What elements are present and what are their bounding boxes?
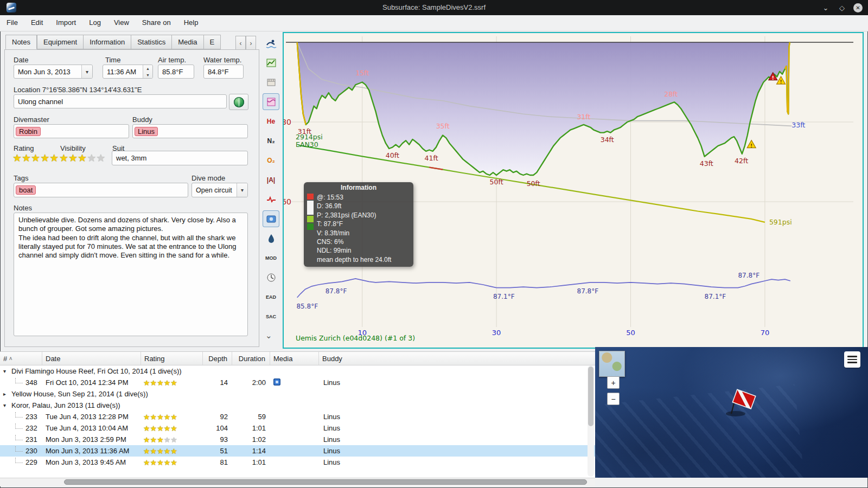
col-buddy[interactable]: Buddy (319, 352, 595, 365)
pp-n2-toggle[interactable]: N₂ (263, 132, 279, 149)
star-icon[interactable]: ★ (164, 413, 171, 421)
sac-toggle[interactable]: SAC (263, 308, 279, 325)
minimize-icon[interactable]: ⌄ (821, 3, 831, 12)
dive-list-vertical-scrollbar[interactable] (588, 365, 594, 477)
star-icon[interactable]: ★ (164, 435, 171, 444)
star-icon[interactable]: ★ (68, 152, 78, 164)
star-icon[interactable]: ★ (96, 152, 105, 164)
dive-row[interactable]: 229Mon Jun 3, 2013 9:45 AM★★★★★811:01Lin… (0, 457, 595, 468)
star-icon[interactable]: ★ (31, 152, 40, 164)
ceiling-icon[interactable] (263, 74, 279, 91)
pp-he-toggle[interactable]: He (263, 113, 279, 130)
map-zoom-out-button[interactable]: − (607, 393, 620, 405)
star-icon[interactable]: ★ (164, 378, 171, 387)
mod-toggle[interactable]: MOD (263, 249, 279, 266)
dive-row[interactable]: 233Tue Jun 4, 2013 12:28 PM★★★★★9259Linu… (0, 411, 595, 422)
star-icon[interactable]: ★ (150, 413, 157, 421)
tab-media[interactable]: Media (171, 35, 203, 49)
spin-down-icon[interactable]: ▼ (143, 72, 152, 78)
trip-row[interactable]: ▾Koror, Palau, Jun 2013 (11 dive(s)) (0, 400, 595, 411)
menu-edit[interactable]: Edit (24, 15, 49, 31)
star-icon[interactable]: ★ (49, 152, 59, 164)
tab-equipment[interactable]: Equipment (37, 35, 83, 49)
date-field[interactable]: Mon Jun 3, 2013 ▾ (14, 65, 93, 79)
profile-info-tooltip[interactable]: Information @: 15:53D: 36.9ftP: 2,381psi… (304, 182, 413, 267)
dive-site-map[interactable]: + − (595, 347, 868, 478)
star-icon[interactable]: ★ (170, 378, 177, 387)
expand-icon[interactable]: ▸ (3, 391, 10, 397)
star-icon[interactable]: ★ (157, 378, 164, 387)
time-field[interactable]: 11:36 AM ▲▼ (103, 65, 153, 79)
tags-field[interactable]: boat (14, 183, 188, 197)
star-icon[interactable]: ★ (157, 447, 164, 455)
star-icon[interactable]: ★ (164, 447, 171, 455)
tab-statistics[interactable]: Statistics (131, 35, 171, 49)
star-icon[interactable]: ★ (143, 458, 150, 467)
star-icon[interactable]: ★ (59, 152, 68, 164)
location-field[interactable]: Ulong channel (14, 94, 227, 108)
star-icon[interactable]: ★ (170, 435, 177, 444)
dc-ceiling-icon[interactable] (263, 93, 279, 110)
star-icon[interactable]: ★ (143, 378, 150, 387)
watertemp-field[interactable]: 84.8°F (203, 65, 244, 79)
close-icon[interactable]: ✕ (853, 3, 863, 12)
star-icon[interactable]: ★ (150, 458, 157, 467)
tab-scroll-right-icon[interactable]: › (246, 36, 256, 50)
star-icon[interactable]: ★ (143, 435, 150, 444)
star-icon[interactable]: ★ (164, 424, 171, 433)
toolbar-scroll-down-icon[interactable]: ⌄ (265, 331, 272, 341)
col-date[interactable]: Date (42, 352, 141, 365)
maximize-icon[interactable]: ◇ (837, 3, 847, 12)
map-menu-button[interactable] (844, 351, 860, 368)
dive-row[interactable]: 232Tue Jun 4, 2013 10:04 AM★★★★★1041:01L… (0, 422, 595, 434)
visibility-stars[interactable]: ★★★★★ (59, 153, 105, 163)
menu-view[interactable]: View (107, 15, 136, 31)
star-icon[interactable]: ★ (78, 152, 87, 164)
menu-import[interactable]: Import (49, 15, 82, 31)
tab-information[interactable]: Information (83, 35, 131, 49)
col-rating[interactable]: Rating (141, 352, 203, 365)
spin-up-icon[interactable]: ▲ (143, 65, 152, 72)
collapse-icon[interactable]: ▾ (3, 402, 10, 408)
scrollbar-thumb[interactable] (64, 479, 587, 485)
star-icon[interactable]: ★ (143, 413, 150, 421)
col-media[interactable]: Media (270, 352, 319, 365)
pp-o2-toggle[interactable]: O₂ (263, 152, 279, 169)
star-icon[interactable]: ★ (150, 378, 157, 387)
menu-file[interactable]: File (0, 15, 24, 31)
tab-notes[interactable]: Notes (5, 35, 37, 49)
dive-row[interactable]: 230Mon Jun 3, 2013 11:36 AM★★★★★511:14Li… (0, 445, 595, 457)
menu-help[interactable]: Help (177, 15, 205, 31)
chevron-down-icon[interactable]: ▾ (237, 183, 247, 197)
rating-stars[interactable]: ★★★★★ (12, 153, 59, 163)
divemaster-field[interactable]: Robin (14, 124, 129, 138)
star-icon[interactable]: ★ (157, 435, 164, 444)
pp-graph-icon[interactable] (263, 54, 279, 71)
buddy-field[interactable]: Linus (132, 124, 248, 138)
menu-share-on[interactable]: Share on (136, 15, 177, 31)
star-icon[interactable]: ★ (87, 152, 96, 164)
dive-list-horizontal-scrollbar[interactable] (0, 478, 595, 486)
star-icon[interactable]: ★ (40, 152, 49, 164)
map-zoom-in-button[interactable]: + (607, 376, 620, 389)
menu-log[interactable]: Log (82, 15, 107, 31)
star-icon[interactable]: ★ (157, 458, 164, 467)
labels-toggle[interactable]: |A| (263, 171, 279, 188)
collapse-icon[interactable]: ▾ (3, 368, 10, 374)
notes-textarea[interactable]: Unbelievable dive. Dozens and dozens of … (14, 213, 248, 336)
ndl-toggle[interactable] (263, 269, 279, 286)
ead-toggle[interactable]: EAD (263, 288, 279, 305)
trip-row[interactable]: ▸Yellow House, Sun Sep 21, 2014 (1 dive(… (0, 388, 595, 400)
star-icon[interactable]: ★ (143, 447, 150, 455)
time-spinner[interactable]: ▲▼ (143, 65, 152, 78)
chevron-down-icon[interactable]: ▾ (81, 65, 92, 78)
dive-profile-chart[interactable]: 10305070306031ft15ft40ft41ft35ft50ft50ft… (283, 32, 864, 349)
photos-icon[interactable] (273, 378, 280, 386)
col-duration[interactable]: Duration (232, 352, 270, 365)
dive-flag-marker[interactable] (717, 384, 761, 419)
star-icon[interactable]: ★ (170, 424, 177, 433)
star-icon[interactable]: ★ (157, 424, 164, 433)
star-icon[interactable]: ★ (22, 152, 31, 164)
dive-row[interactable]: 348Fri Oct 10, 2014 12:34 PM★★★★★142:00L… (0, 377, 595, 388)
airtemp-field[interactable]: 85.8°F (158, 65, 194, 79)
